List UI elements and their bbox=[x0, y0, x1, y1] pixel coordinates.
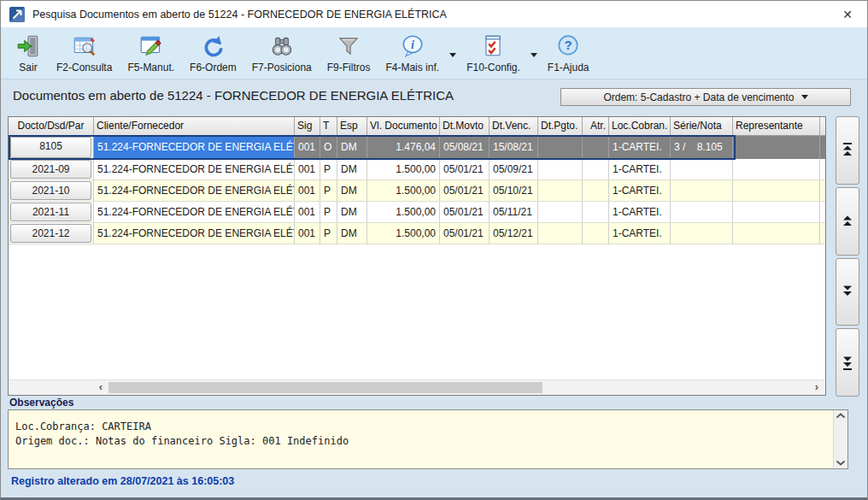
column-header-loc-cobran[interactable]: Loc.Cobran. bbox=[609, 117, 671, 135]
table-cell[interactable]: 51.224-FORNECEDOR DE ENERGIA ELÉTRICA bbox=[94, 136, 295, 159]
table-cell[interactable]: 05/01/21 bbox=[440, 202, 490, 222]
close-button[interactable]: ✕ bbox=[833, 3, 862, 25]
table-row[interactable]: 2021-0951.224-FORNECEDOR DE ENERGIA ELÉT… bbox=[9, 159, 825, 180]
table-cell[interactable] bbox=[583, 202, 609, 222]
table-cell[interactable]: 51.224-FORNECEDOR DE ENERGIA ELÉTRICA bbox=[94, 202, 295, 222]
toolbar-button-f5-manut[interactable]: F5-Manut. bbox=[120, 31, 182, 75]
table-cell[interactable] bbox=[820, 136, 826, 159]
table-cell[interactable] bbox=[583, 180, 609, 201]
table-cell[interactable]: 05/09/21 bbox=[490, 159, 538, 179]
table-cell[interactable]: 1.500,00 bbox=[367, 159, 440, 179]
table-cell[interactable] bbox=[733, 136, 820, 159]
table-cell[interactable] bbox=[733, 202, 820, 222]
horizontal-scrollbar-thumb[interactable] bbox=[108, 382, 542, 393]
last-record-button[interactable] bbox=[836, 328, 859, 397]
table-cell[interactable] bbox=[538, 159, 583, 179]
docto-button[interactable]: 8105 bbox=[10, 137, 91, 158]
table-cell[interactable]: 05/12/21 bbox=[490, 223, 538, 244]
table-cell[interactable]: 1-CARTEI. bbox=[609, 136, 671, 159]
scroll-right-button[interactable]: › bbox=[810, 380, 824, 395]
column-header-dt-pgto[interactable]: Dt.Pgto. bbox=[538, 117, 583, 135]
table-cell[interactable]: DM bbox=[337, 159, 367, 179]
table-cell[interactable]: 1.476,04 bbox=[367, 136, 440, 159]
table-cell[interactable] bbox=[538, 223, 583, 244]
table-cell[interactable]: 1-CARTEI. bbox=[609, 180, 671, 201]
table-cell[interactable] bbox=[671, 202, 733, 222]
page-up-button[interactable] bbox=[836, 187, 859, 256]
column-header-representante[interactable]: Representante bbox=[733, 117, 820, 135]
table-cell[interactable]: 001 bbox=[295, 202, 320, 222]
table-cell[interactable] bbox=[583, 136, 609, 159]
column-header-atr[interactable]: Atr. bbox=[583, 117, 609, 135]
horizontal-scrollbar[interactable]: ‹ › bbox=[9, 379, 825, 395]
row-header-cell[interactable]: 2021-10 bbox=[9, 180, 94, 201]
docto-button[interactable]: 2021-11 bbox=[10, 203, 91, 221]
toolbar-button-f6-ordem[interactable]: F6-Ordem bbox=[182, 31, 244, 75]
table-cell[interactable] bbox=[538, 180, 583, 201]
table-cell[interactable]: 51.224-FORNECEDOR DE ENERGIA ELÉTRICA bbox=[94, 223, 295, 244]
order-dropdown-button[interactable]: Ordem: 5-Cadastro + Data de vencimento bbox=[560, 88, 851, 106]
table-cell[interactable]: P bbox=[320, 180, 337, 201]
column-header-dt-venc[interactable]: Dt.Venc. bbox=[490, 117, 538, 135]
row-header-cell[interactable]: 2021-12 bbox=[9, 223, 94, 244]
table-cell[interactable]: 1.500,00 bbox=[367, 202, 440, 222]
table-cell[interactable]: DM bbox=[337, 223, 367, 244]
table-cell[interactable]: 05/08/21 bbox=[440, 136, 490, 159]
column-header-extra[interactable] bbox=[820, 117, 826, 135]
table-row[interactable]: 2021-1051.224-FORNECEDOR DE ENERGIA ELÉT… bbox=[9, 180, 825, 202]
table-cell[interactable]: 51.224-FORNECEDOR DE ENERGIA ELÉTRICA bbox=[94, 180, 295, 201]
column-header-s-rie-nota[interactable]: Série/Nota bbox=[671, 117, 733, 135]
column-header-esp[interactable]: Esp bbox=[337, 117, 367, 135]
table-cell[interactable]: 51.224-FORNECEDOR DE ENERGIA ELÉTRICA bbox=[94, 159, 295, 179]
column-header-cliente-fornecedor[interactable]: Cliente/Fornecedor bbox=[94, 117, 295, 135]
table-row[interactable]: 2021-1151.224-FORNECEDOR DE ENERGIA ELÉT… bbox=[9, 202, 825, 223]
table-cell[interactable] bbox=[671, 223, 733, 244]
table-cell[interactable] bbox=[820, 180, 826, 201]
table-cell[interactable] bbox=[671, 180, 733, 201]
table-cell[interactable]: 05/11/21 bbox=[490, 202, 538, 222]
table-cell[interactable]: 001 bbox=[295, 180, 320, 201]
table-cell[interactable]: DM bbox=[337, 136, 367, 159]
table-row[interactable]: 810551.224-FORNECEDOR DE ENERGIA ELÉTRIC… bbox=[9, 136, 825, 159]
table-cell[interactable]: O bbox=[320, 136, 337, 159]
table-cell[interactable]: 05/01/21 bbox=[440, 223, 490, 244]
table-cell[interactable]: 1.500,00 bbox=[367, 223, 440, 244]
table-cell[interactable]: 1-CARTEI. bbox=[609, 223, 671, 244]
table-cell[interactable]: P bbox=[320, 159, 337, 179]
table-cell[interactable]: 001 bbox=[295, 159, 320, 179]
table-cell[interactable] bbox=[538, 202, 583, 222]
toolbar-button-sair[interactable]: Sair bbox=[8, 31, 49, 75]
table-cell[interactable] bbox=[733, 223, 820, 244]
table-cell[interactable]: 05/10/21 bbox=[490, 180, 538, 201]
docto-button[interactable]: 2021-10 bbox=[10, 181, 91, 200]
table-cell[interactable] bbox=[820, 159, 826, 179]
table-cell[interactable]: P bbox=[320, 223, 337, 244]
table-cell[interactable] bbox=[583, 223, 609, 244]
column-header-dt-movto[interactable]: Dt.Movto bbox=[440, 117, 490, 135]
row-header-cell[interactable]: 2021-11 bbox=[9, 202, 94, 222]
row-header-cell[interactable]: 2021-09 bbox=[9, 159, 94, 179]
first-record-button[interactable] bbox=[836, 116, 859, 185]
page-down-button[interactable] bbox=[836, 258, 859, 326]
toolbar-button-f4-mais-inf[interactable]: i F4-Mais inf. bbox=[378, 31, 447, 75]
table-cell[interactable]: 1-CARTEI. bbox=[609, 159, 671, 179]
table-cell[interactable] bbox=[538, 136, 583, 159]
toolbar-button-f1-ajuda[interactable]: ? F1-Ajuda bbox=[540, 31, 597, 75]
table-cell[interactable]: DM bbox=[337, 180, 367, 201]
table-cell[interactable] bbox=[733, 159, 820, 179]
table-row[interactable]: 2021-1251.224-FORNECEDOR DE ENERGIA ELÉT… bbox=[9, 223, 825, 244]
column-header-vl-documento[interactable]: Vl. Documento bbox=[367, 117, 440, 135]
table-cell[interactable]: 1-CARTEI. bbox=[609, 202, 671, 222]
table-cell[interactable] bbox=[733, 180, 820, 201]
scroll-left-button[interactable]: ‹ bbox=[94, 380, 108, 395]
toolbar-button-f9-filtros[interactable]: F9-Filtros bbox=[320, 31, 378, 75]
config-dropdown-button[interactable] bbox=[528, 51, 540, 59]
table-cell[interactable]: 001 bbox=[295, 136, 320, 159]
toolbar-button-f7-posiciona[interactable]: F7-Posiciona bbox=[244, 31, 320, 75]
toolbar-button-f2-consulta[interactable]: F2-Consulta bbox=[49, 31, 120, 75]
table-cell[interactable] bbox=[820, 202, 826, 222]
table-cell[interactable]: P bbox=[320, 202, 337, 222]
docto-button[interactable]: 2021-12 bbox=[10, 224, 91, 243]
table-cell[interactable]: 1.500,00 bbox=[367, 180, 440, 201]
column-header-t[interactable]: T bbox=[320, 117, 337, 135]
